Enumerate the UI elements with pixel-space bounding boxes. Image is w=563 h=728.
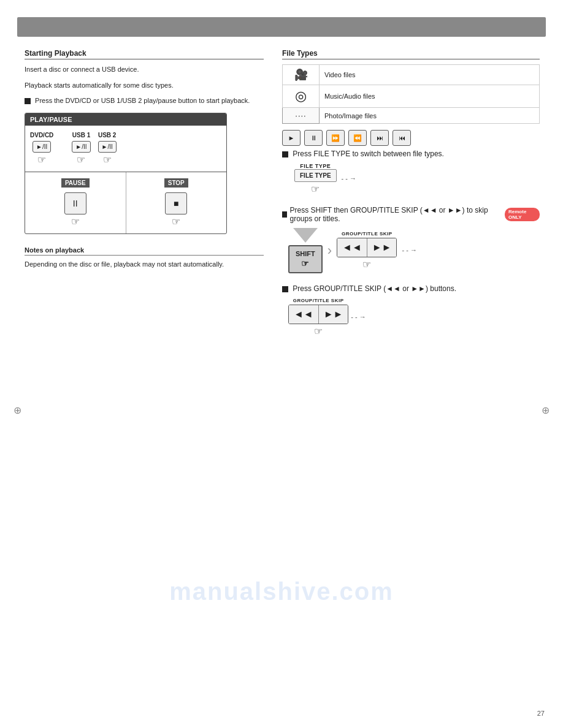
notes-section: Notes on playback Depending on the disc …: [25, 246, 264, 270]
icon-row-photo: ···· Photo/Image files: [283, 108, 540, 124]
group-skip-hand-icon: ☞: [362, 259, 371, 270]
device-top-row: DVD/CD ►/II ☞ USB 1 ►/II: [25, 126, 226, 172]
block3-text: Press GROUP/TITLE SKIP (◄◄ or ►►) button…: [293, 284, 456, 293]
block2-note-icon: [282, 211, 287, 218]
device-bottom-row: PAUSE II ☞ STOP ■ ☞: [25, 172, 226, 233]
block1-note-icon: [282, 151, 288, 157]
down-arrow-icon: [293, 228, 318, 243]
usb1-play-pause-btn[interactable]: ►/II: [72, 141, 90, 153]
ff-btn[interactable]: ⏩: [326, 130, 345, 146]
file-type-label: FILE TYPE: [300, 163, 331, 169]
group-skip-block: Press SHIFT then GROUP/TITLE SKIP (◄◄ or…: [282, 206, 540, 273]
audio-icon: ◎: [283, 85, 320, 108]
group-skip-direct-block: Press GROUP/TITLE SKIP (◄◄ or ►►) button…: [282, 284, 540, 337]
group-skip-area: SHIFT ☞ › GROUP/TITLE SKIP ◄◄ ►►: [288, 228, 540, 273]
left-note: Press the DVD/CD or USB 1/USB 2 play/pau…: [25, 96, 264, 107]
stop-header: STOP: [164, 178, 188, 188]
video-label: Video files: [320, 65, 540, 85]
block2-text: Press SHIFT then GROUP/TITLE SKIP (◄◄ or…: [289, 206, 502, 223]
pause-header: PAUSE: [61, 178, 90, 188]
usb2-label: USB 2: [98, 132, 117, 138]
transport-buttons-row: ► ⏸ ⏩ ⏪ ⏭ ⏮: [282, 130, 540, 146]
pause-cell: PAUSE II ☞: [25, 172, 126, 233]
page-number: 27: [537, 710, 545, 717]
device-diagram-box: PLAY/PAUSE DVD/CD ►/II ☞ USB 1: [25, 113, 227, 234]
group-skip-bottom-hand-icon: ☞: [314, 325, 323, 337]
shift-hand-icon: ☞: [301, 259, 309, 268]
file-type-hand-icon: ☞: [311, 183, 320, 195]
file-type-arrow: [342, 174, 366, 184]
photo-label: Photo/Image files: [320, 108, 540, 124]
file-type-area: FILE TYPE FILE TYPE ☞: [294, 163, 540, 195]
pause-hand-icon: ☞: [71, 216, 80, 227]
compass-right-icon: ⊕: [542, 404, 550, 416]
skip-prev-btn[interactable]: ◄◄: [337, 238, 367, 257]
group-skip-bottom-buttons: ◄◄ ►►: [288, 305, 348, 324]
chevron-separator: ›: [327, 243, 332, 259]
dvd-play-pause-btn[interactable]: ►/II: [33, 141, 51, 153]
usb-labels-row: USB 1 ►/II ☞ USB 2 ►/II: [72, 132, 116, 165]
header-bar: [17, 17, 546, 37]
play-btn[interactable]: ►: [282, 130, 301, 146]
left-para2: Playback starts automatically for some d…: [25, 80, 264, 91]
icon-row-audio: ◎ Music/Audio files: [283, 85, 540, 108]
bottom-group-skip-area: GROUP/TITLE SKIP ◄◄ ►► ☞: [288, 298, 540, 337]
device-diagram-header: PLAY/PAUSE: [25, 113, 226, 126]
pause-transport-btn[interactable]: ⏸: [304, 130, 323, 146]
left-section-title: Starting Playback: [25, 49, 264, 59]
skip-next-btn[interactable]: ►►: [367, 238, 397, 257]
group-skip-top-label: GROUP/TITLE SKIP: [342, 231, 393, 237]
right-column: File Types 🎥 Video files ◎ Music/Audio f…: [282, 49, 540, 348]
dvd-hand-icon: ☞: [37, 154, 46, 165]
pause-button[interactable]: II: [64, 192, 86, 214]
stop-hand-icon: ☞: [172, 216, 180, 227]
shift-button[interactable]: SHIFT ☞: [288, 245, 323, 273]
block2-header: Press SHIFT then GROUP/TITLE SKIP (◄◄ or…: [282, 206, 540, 223]
icon-row-video: 🎥 Video files: [283, 65, 540, 85]
group-skip-bottom-arrow: [351, 313, 375, 322]
file-type-button[interactable]: FILE TYPE: [294, 169, 337, 182]
block1-text: Press FILE TYPE to switch between file t…: [293, 150, 444, 158]
left-column: Starting Playback Insert a disc or conne…: [25, 49, 264, 275]
block3-note-icon: [282, 286, 288, 292]
watermark: manualshive.com: [169, 578, 394, 605]
video-icon: 🎥: [283, 65, 320, 85]
photo-icon: ····: [283, 108, 320, 124]
usb2-hand-icon: ☞: [98, 154, 117, 165]
usb2-play-pause-btn[interactable]: ►/II: [98, 141, 117, 153]
dvd-label: DVD/CD: [30, 132, 53, 138]
compass-left-icon: ⊕: [13, 404, 21, 416]
dvd-cd-item: DVD/CD ►/II ☞: [30, 132, 53, 165]
usb-items: USB 1 ►/II ☞ USB 2 ►/II: [72, 132, 116, 165]
note-square-icon: [25, 98, 31, 104]
group-skip-bottom-label: GROUP/TITLE SKIP: [293, 298, 344, 303]
right-section-title: File Types: [282, 49, 540, 59]
stop-button[interactable]: ■: [165, 192, 187, 214]
left-para1: Insert a disc or connect a USB device.: [25, 64, 264, 75]
remote-only-badge: Remote ONLY: [505, 208, 540, 221]
audio-label: Music/Audio files: [320, 85, 540, 108]
rew-btn[interactable]: ⏪: [348, 130, 367, 146]
skip-prev-bottom-btn[interactable]: ◄◄: [289, 305, 319, 324]
stop-cell: STOP ■ ☞: [126, 172, 227, 233]
group-skip-buttons: ◄◄ ►►: [337, 238, 397, 257]
file-type-icons-table: 🎥 Video files ◎ Music/Audio files ···· P…: [282, 64, 540, 124]
file-type-block: Press FILE TYPE to switch between file t…: [282, 150, 540, 195]
usb1-label: USB 1: [72, 132, 90, 138]
next-btn[interactable]: ⏭: [370, 130, 389, 146]
usb1-hand-icon: ☞: [72, 154, 90, 165]
notes-text: Depending on the disc or file, playback …: [25, 259, 264, 270]
skip-next-bottom-btn[interactable]: ►►: [319, 305, 348, 324]
notes-title: Notes on playback: [25, 246, 264, 256]
group-skip-arrow: [402, 246, 426, 256]
prev-btn[interactable]: ⏮: [393, 130, 411, 146]
